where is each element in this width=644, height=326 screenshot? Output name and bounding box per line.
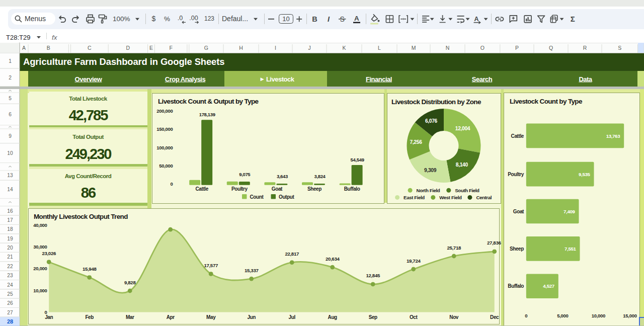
svg-text:26: 26 — [7, 300, 13, 306]
svg-text:2: 2 — [9, 75, 12, 80]
svg-text:10: 10 — [7, 150, 13, 156]
svg-text:H: H — [239, 45, 243, 51]
svg-text:17: 17 — [7, 217, 13, 223]
svg-text:13: 13 — [7, 173, 13, 178]
svg-text:P: P — [515, 45, 519, 51]
svg-text:25: 25 — [7, 291, 13, 297]
svg-text:E: E — [149, 45, 153, 51]
svg-text:K: K — [342, 45, 346, 51]
svg-text:1: 1 — [9, 58, 12, 64]
svg-text:19: 19 — [7, 236, 13, 241]
svg-text:Q: Q — [549, 45, 553, 51]
svg-text:J: J — [308, 45, 310, 51]
svg-text:9: 9 — [9, 133, 12, 139]
svg-text:5: 5 — [9, 96, 12, 101]
svg-text:24: 24 — [7, 282, 13, 288]
svg-text:L: L — [378, 45, 381, 51]
svg-text:20: 20 — [7, 245, 13, 251]
svg-text:14: 14 — [7, 187, 13, 192]
svg-text:6: 6 — [9, 112, 12, 117]
svg-text:23: 23 — [7, 273, 13, 278]
svg-text:G: G — [204, 45, 208, 51]
svg-text:21: 21 — [7, 254, 13, 260]
svg-text:27: 27 — [7, 310, 13, 315]
svg-text:I: I — [275, 45, 276, 51]
svg-text:N: N — [446, 45, 450, 51]
svg-text:A: A — [22, 45, 26, 51]
svg-text:D: D — [126, 45, 130, 51]
svg-text:F: F — [169, 45, 172, 51]
svg-text:22: 22 — [7, 264, 13, 269]
svg-text:O: O — [480, 45, 485, 51]
svg-text:R: R — [583, 45, 587, 51]
svg-text:M: M — [412, 45, 416, 51]
svg-text:B: B — [47, 45, 50, 51]
svg-text:28: 28 — [7, 318, 13, 324]
svg-text:16: 16 — [7, 208, 13, 214]
svg-text:S: S — [618, 45, 621, 51]
svg-text:C: C — [88, 45, 92, 51]
svg-text:18: 18 — [7, 226, 13, 232]
